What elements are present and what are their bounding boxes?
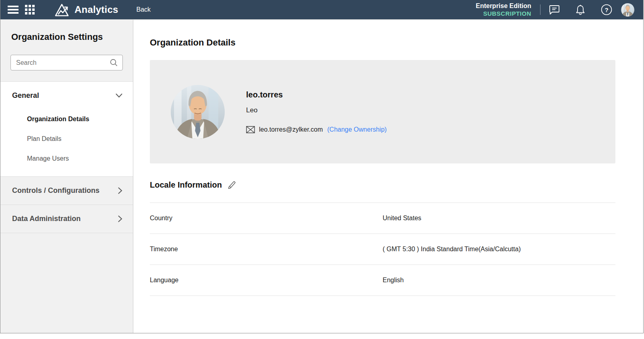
help-glyph: ? — [605, 6, 608, 13]
settings-sidebar: Organization Settings General Organizati… — [0, 20, 133, 333]
locale-section-title: Locale Information — [150, 180, 222, 190]
sidebar-group-controls-configurations[interactable]: Controls / Configurations — [0, 177, 133, 205]
hamburger-menu-icon[interactable] — [8, 6, 19, 14]
edit-locale-pencil-icon[interactable] — [228, 181, 236, 190]
sidebar-item-organization-details[interactable]: Organization Details — [0, 109, 133, 129]
notifications-bell-icon[interactable] — [575, 4, 586, 15]
locale-label: Timezone — [150, 246, 383, 253]
search-icon[interactable] — [110, 59, 118, 66]
locale-table: Country United States Timezone ( GMT 5:3… — [150, 203, 615, 296]
feedback-chat-icon[interactable] — [549, 5, 560, 15]
chevron-right-icon — [118, 215, 122, 222]
chevron-down-icon — [116, 93, 122, 98]
main-content: Organization Details leo.torres Leo leo.… — [133, 20, 643, 333]
edition-name: Enterprise Edition — [476, 2, 531, 10]
page-title: Organization Details — [150, 37, 643, 48]
locale-value: United States — [383, 215, 421, 222]
envelope-icon — [246, 126, 255, 133]
topbar: Analytics Back Enterprise Edition SUBSCR… — [0, 0, 643, 20]
app-window: Analytics Back Enterprise Edition SUBSCR… — [0, 0, 644, 333]
help-icon[interactable]: ? — [601, 4, 612, 15]
apps-grid-icon[interactable] — [25, 5, 35, 14]
change-ownership-link[interactable]: (Change Ownership) — [327, 126, 387, 133]
locale-label: Country — [150, 215, 383, 222]
subscription-badge[interactable]: SUBSCRIPTION — [476, 10, 531, 18]
profile-photo — [171, 85, 225, 139]
sidebar-group-general-header[interactable]: General — [0, 82, 133, 109]
sidebar-group-label: Data Administration — [12, 215, 81, 223]
sidebar-group-label: Controls / Configurations — [12, 186, 99, 195]
edition-info: Enterprise Edition SUBSCRIPTION — [476, 2, 531, 18]
sidebar-item-manage-users[interactable]: Manage Users — [0, 149, 133, 168]
profile-username: leo.torres — [246, 90, 387, 99]
search-input[interactable] — [10, 55, 123, 70]
user-avatar[interactable] — [621, 3, 634, 17]
locale-row-timezone: Timezone ( GMT 5:30 ) India Standard Tim… — [150, 234, 615, 265]
locale-value: ( GMT 5:30 ) India Standard Time(Asia/Ca… — [383, 246, 521, 253]
locale-value: English — [383, 277, 404, 284]
profile-card: leo.torres Leo leo.torres@zylker.com (Ch… — [150, 60, 615, 163]
back-button[interactable]: Back — [137, 6, 151, 13]
locale-row-language: Language English — [150, 265, 615, 296]
sidebar-item-plan-details[interactable]: Plan Details — [0, 129, 133, 149]
sidebar-group-general: General Organization Details Plan Detail… — [0, 81, 133, 177]
topbar-divider — [540, 4, 540, 15]
sidebar-title: Organization Settings — [11, 32, 133, 42]
locale-label: Language — [150, 277, 383, 284]
sidebar-group-label: General — [12, 91, 39, 100]
profile-display-name: Leo — [246, 106, 387, 114]
profile-email: leo.torres@zylker.com — [259, 126, 323, 133]
sidebar-search — [10, 55, 122, 70]
sidebar-group-data-administration[interactable]: Data Administration — [0, 205, 133, 233]
analytics-logo-icon[interactable] — [54, 2, 71, 17]
locale-row-country: Country United States — [150, 203, 615, 234]
chevron-right-icon — [118, 187, 122, 194]
product-name: Analytics — [75, 4, 118, 15]
